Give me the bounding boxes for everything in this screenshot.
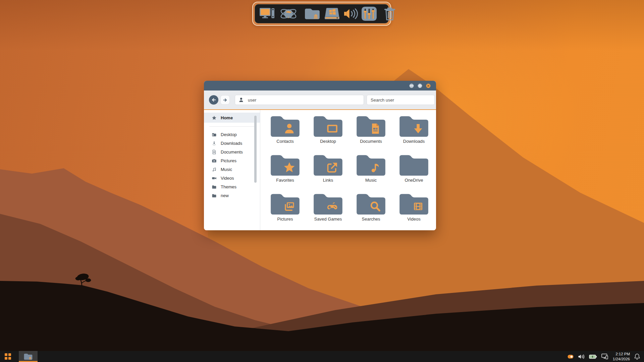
system-tray: 2:12 PM 1/24/2026 xyxy=(568,351,644,362)
folder-documents[interactable]: Documents xyxy=(350,114,392,153)
folder-label: Contacts xyxy=(276,139,293,144)
sidebar-item-label: new xyxy=(221,193,229,198)
clock-time: 2:12 PM xyxy=(613,352,630,357)
back-button[interactable] xyxy=(209,95,218,105)
sidebar-item-downloads[interactable]: Downloads xyxy=(204,139,260,147)
folder-grid: Contacts Desktop Documents Downloads Fav… xyxy=(260,110,436,230)
folder-saved-games[interactable]: Saved Games xyxy=(307,192,350,230)
folder-label: Pictures xyxy=(277,217,293,222)
sidebar-item-label: Downloads xyxy=(221,141,242,146)
desktop-folder-icon xyxy=(212,132,217,137)
top-dock xyxy=(252,2,391,26)
folder-icon xyxy=(212,193,217,198)
sidebar-separator xyxy=(209,126,255,127)
sidebar: Home Desktop Downloads Documents Pi xyxy=(204,110,260,230)
download-arrow-icon xyxy=(212,141,217,146)
folder-onedrive[interactable]: OneDrive xyxy=(392,153,435,192)
folder-label: OneDrive xyxy=(405,178,423,183)
file-manager-icon[interactable] xyxy=(304,5,321,22)
sidebar-item-label: Home xyxy=(221,115,233,120)
folder-searches[interactable]: Searches xyxy=(350,192,392,230)
taskbar-clock[interactable]: 2:12 PM 1/24/2026 xyxy=(613,352,630,362)
document-icon xyxy=(212,149,217,155)
camera-icon xyxy=(212,158,217,163)
sidebar-item-videos[interactable]: Videos xyxy=(204,174,260,182)
address-bar xyxy=(235,95,364,105)
sidebar-item-label: Themes xyxy=(221,184,236,189)
input-toggle-icon[interactable] xyxy=(568,354,574,359)
sidebar-item-label: Videos xyxy=(221,176,234,181)
navigation-toolbar xyxy=(204,90,436,109)
search-box xyxy=(367,95,435,105)
sidebar-item-label: Documents xyxy=(221,149,243,155)
sidebar-item-pictures[interactable]: Pictures xyxy=(204,156,260,165)
sidebar-item-home[interactable]: Home xyxy=(204,113,260,123)
trash-icon[interactable] xyxy=(383,5,396,22)
folder-label: Music xyxy=(365,178,377,183)
sidebar-scrollbar[interactable] xyxy=(254,116,257,183)
folder-music[interactable]: Music xyxy=(350,153,392,192)
video-camera-icon xyxy=(212,176,217,181)
clock-date: 1/24/2026 xyxy=(613,357,630,362)
folder-downloads[interactable]: Downloads xyxy=(392,114,435,153)
volume-icon[interactable] xyxy=(343,5,358,22)
folder-label: Desktop xyxy=(320,139,336,144)
window-body: Home Desktop Downloads Documents Pi xyxy=(204,110,436,230)
star-icon xyxy=(212,115,217,120)
folder-pictures[interactable]: Pictures xyxy=(264,192,307,230)
folder-label: Searches xyxy=(362,217,380,222)
sidebar-item-label: Desktop xyxy=(221,132,237,137)
folder-videos[interactable]: Videos xyxy=(392,192,435,230)
folder-icon xyxy=(212,184,217,189)
display-connect-icon[interactable] xyxy=(601,353,608,360)
folder-label: Links xyxy=(323,178,333,183)
file-explorer-window: Home Desktop Downloads Documents Pi xyxy=(204,81,436,230)
taskbar: 2:12 PM 1/24/2026 xyxy=(0,351,644,362)
folder-contacts[interactable]: Contacts xyxy=(264,114,307,153)
folder-label: Favorites xyxy=(276,178,294,183)
battery-charging-icon[interactable] xyxy=(589,354,597,360)
volume-icon[interactable] xyxy=(578,354,585,360)
mixer-icon[interactable] xyxy=(361,5,377,22)
network-globe-icon[interactable] xyxy=(279,5,298,22)
maximize-button[interactable] xyxy=(418,83,422,88)
file-manager-icon xyxy=(23,353,33,361)
windows-drive-icon[interactable] xyxy=(324,5,340,22)
dock-inner xyxy=(255,4,389,23)
sidebar-item-label: Music xyxy=(221,167,232,172)
notification-bell-icon[interactable] xyxy=(634,353,640,360)
sidebar-item-desktop[interactable]: Desktop xyxy=(204,130,260,139)
address-input[interactable] xyxy=(235,95,364,105)
folder-label: Videos xyxy=(407,217,421,222)
start-button[interactable] xyxy=(0,351,15,362)
folder-label: Downloads xyxy=(403,139,425,144)
computer-icon[interactable] xyxy=(259,5,276,22)
taskbar-file-explorer[interactable] xyxy=(19,351,38,362)
sidebar-item-new[interactable]: new xyxy=(204,191,260,200)
forward-button[interactable] xyxy=(221,96,229,104)
sidebar-item-themes[interactable]: Themes xyxy=(204,182,260,191)
sidebar-item-documents[interactable]: Documents xyxy=(204,147,260,156)
folder-favorites[interactable]: Favorites xyxy=(264,153,307,192)
sidebar-item-music[interactable]: Music xyxy=(204,165,260,174)
sidebar-item-label: Pictures xyxy=(221,158,236,163)
desktop: Home Desktop Downloads Documents Pi xyxy=(0,0,644,362)
search-input[interactable] xyxy=(367,95,435,105)
minimize-button[interactable] xyxy=(409,83,414,88)
titlebar[interactable] xyxy=(204,81,436,90)
folder-label: Saved Games xyxy=(314,217,342,222)
start-icon xyxy=(5,353,11,360)
music-notes-icon xyxy=(212,167,217,172)
folder-desktop[interactable]: Desktop xyxy=(307,114,350,153)
folder-links[interactable]: Links xyxy=(307,153,350,192)
folder-label: Documents xyxy=(360,139,382,144)
close-button[interactable] xyxy=(426,83,431,88)
